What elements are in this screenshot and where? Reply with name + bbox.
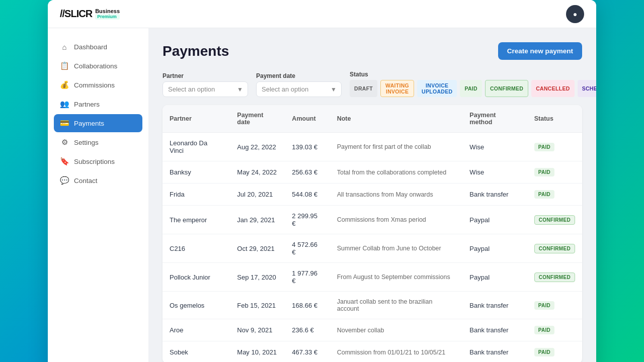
cell-amount: 236.6 € xyxy=(285,319,330,341)
col-header-amount: Amount xyxy=(285,105,330,133)
sidebar-item-collaborations[interactable]: 📋Collaborations xyxy=(54,57,142,75)
table-row[interactable]: The emperor Jan 29, 2021 2 299.95 € Comm… xyxy=(163,206,582,234)
chip-scheduled[interactable]: SCHEDULED xyxy=(578,80,596,97)
status-badge: PAID xyxy=(534,326,554,334)
cell-amount: 256.63 € xyxy=(285,161,330,184)
cell-status: PAID xyxy=(527,319,582,341)
cell-date: Jan 29, 2021 xyxy=(230,206,285,234)
table-row[interactable]: Pollock Junior Sep 17, 2020 1 977.96 € F… xyxy=(163,263,582,292)
sidebar-item-dashboard[interactable]: ⌂Dashboard xyxy=(54,38,142,56)
sidebar-label-contact: Contact xyxy=(74,177,98,185)
cell-date: Nov 9, 2021 xyxy=(230,319,285,341)
cell-method: Wise xyxy=(462,161,527,184)
sidebar-label-commissions: Commissions xyxy=(74,81,115,89)
cell-partner: Os gemelos xyxy=(163,292,230,319)
col-header-partner: Partner xyxy=(163,105,230,133)
partner-select[interactable]: Select an option xyxy=(163,81,248,97)
cell-partner: C216 xyxy=(163,234,230,263)
sidebar-label-partners: Partners xyxy=(74,101,100,108)
status-badge: CONFIRMED xyxy=(534,244,575,253)
sidebar-label-collaborations: Collaborations xyxy=(74,62,117,70)
table-row[interactable]: Leonardo Da Vinci Aug 22, 2022 139.03 € … xyxy=(163,133,582,161)
cell-date: Sep 17, 2020 xyxy=(230,263,285,292)
sidebar-item-partners[interactable]: 👥Partners xyxy=(54,95,142,113)
status-badge: CONFIRMED xyxy=(534,215,575,225)
cell-status: PAID xyxy=(527,184,582,206)
create-payment-button[interactable]: Create new payment xyxy=(498,42,582,60)
chip-paid[interactable]: PAID xyxy=(460,80,482,97)
status-badge: PAID xyxy=(534,168,554,176)
status-chips: DRAFTWAITING INVOICEINVOICE UPLOADEDPAID… xyxy=(350,80,596,97)
cell-status: PAID xyxy=(527,161,582,184)
payments-table: PartnerPayment dateAmountNotePayment met… xyxy=(163,105,582,362)
partners-icon: 👥 xyxy=(60,100,69,109)
cell-note: Commission from 01/01/21 to 10/05/21 xyxy=(330,341,463,363)
cell-date: May 24, 2022 xyxy=(230,161,285,184)
cell-partner: Pollock Junior xyxy=(163,263,230,292)
sidebar-item-settings[interactable]: ⚙Settings xyxy=(54,133,142,151)
table-row[interactable]: Aroe Nov 9, 2021 236.6 € November collab… xyxy=(163,319,582,341)
sidebar-label-dashboard: Dashboard xyxy=(74,43,107,51)
status-badge: PAID xyxy=(534,348,554,356)
sidebar-item-commissions[interactable]: 💰Commissions xyxy=(54,76,142,94)
status-filter-label: Status xyxy=(350,71,596,78)
cell-method: Paypal xyxy=(462,234,527,263)
cell-status: CONFIRMED xyxy=(527,206,582,234)
cell-note: Payment for first part of the collab xyxy=(330,133,463,161)
cell-partner: The emperor xyxy=(163,206,230,234)
table-header: PartnerPayment dateAmountNotePayment met… xyxy=(163,105,582,133)
chip-draft[interactable]: DRAFT xyxy=(350,80,377,97)
status-badge: CONFIRMED xyxy=(534,273,575,282)
cell-method: Bank transfer xyxy=(462,184,527,206)
cell-amount: 544.08 € xyxy=(285,184,330,206)
cell-date: Feb 15, 2021 xyxy=(230,292,285,319)
payments-icon: 💳 xyxy=(60,119,69,128)
status-filter-group: Status DRAFTWAITING INVOICEINVOICE UPLOA… xyxy=(350,71,596,97)
chip-waiting[interactable]: WAITING INVOICE xyxy=(380,80,414,97)
cell-partner: Aroe xyxy=(163,319,230,341)
cell-note: Summer Collab from June to October xyxy=(330,234,463,263)
sidebar: ⌂Dashboard📋Collaborations💰Commissions👥Pa… xyxy=(48,28,148,362)
avatar[interactable]: ● xyxy=(566,5,584,23)
cell-amount: 168.66 € xyxy=(285,292,330,319)
chip-confirmed[interactable]: CONFIRMED xyxy=(485,80,528,97)
cell-date: Oct 29, 2021 xyxy=(230,234,285,263)
table-row[interactable]: Frida Jul 20, 2021 544.08 € All transact… xyxy=(163,184,582,206)
chip-invoice[interactable]: INVOICE UPLOADED xyxy=(417,80,457,97)
chip-cancelled[interactable]: CANCELLED xyxy=(531,80,574,97)
cell-date: May 10, 2021 xyxy=(230,341,285,363)
col-header-note: Note xyxy=(330,105,463,133)
page-title: Payments xyxy=(163,43,229,59)
status-badge: PAID xyxy=(534,143,554,151)
table-header-row: PartnerPayment dateAmountNotePayment met… xyxy=(163,105,582,133)
cell-amount: 467.33 € xyxy=(285,341,330,363)
logo-text: //SLICR xyxy=(60,8,92,20)
table-row[interactable]: Os gemelos Feb 15, 2021 168.66 € Januart… xyxy=(163,292,582,319)
cell-note: Total from the collaborations completed xyxy=(330,161,463,184)
col-header-payment-method: Payment method xyxy=(462,105,527,133)
table-row[interactable]: Sobek May 10, 2021 467.33 € Commission f… xyxy=(163,341,582,363)
logo: //SLICR Business Premium xyxy=(60,8,120,20)
sidebar-label-payments: Payments xyxy=(74,120,104,127)
cell-partner: Frida xyxy=(163,184,230,206)
col-header-status: Status xyxy=(527,105,582,133)
logo-premium: Premium xyxy=(95,14,120,20)
table-row[interactable]: C216 Oct 29, 2021 4 572.66 € Summer Coll… xyxy=(163,234,582,263)
cell-method: Wise xyxy=(462,133,527,161)
table-row[interactable]: Banksy May 24, 2022 256.63 € Total from … xyxy=(163,161,582,184)
date-filter-label: Payment date xyxy=(256,72,342,79)
cell-status: CONFIRMED xyxy=(527,263,582,292)
sidebar-label-subscriptions: Subscriptions xyxy=(74,158,115,165)
cell-status: PAID xyxy=(527,133,582,161)
sidebar-item-payments[interactable]: 💳Payments xyxy=(54,114,142,132)
status-badge: PAID xyxy=(534,190,554,199)
cell-amount: 4 572.66 € xyxy=(285,234,330,263)
partner-select-wrapper: Select an option ▼ xyxy=(163,81,248,97)
cell-method: Bank transfer xyxy=(462,341,527,363)
contact-icon: 💬 xyxy=(60,176,69,185)
sidebar-item-subscriptions[interactable]: 🔖Subscriptions xyxy=(54,152,142,170)
date-select[interactable]: Select an option xyxy=(256,81,342,97)
sidebar-item-contact[interactable]: 💬Contact xyxy=(54,171,142,190)
cell-method: Bank transfer xyxy=(462,319,527,341)
cell-note: All transactions from May onwards xyxy=(330,184,463,206)
